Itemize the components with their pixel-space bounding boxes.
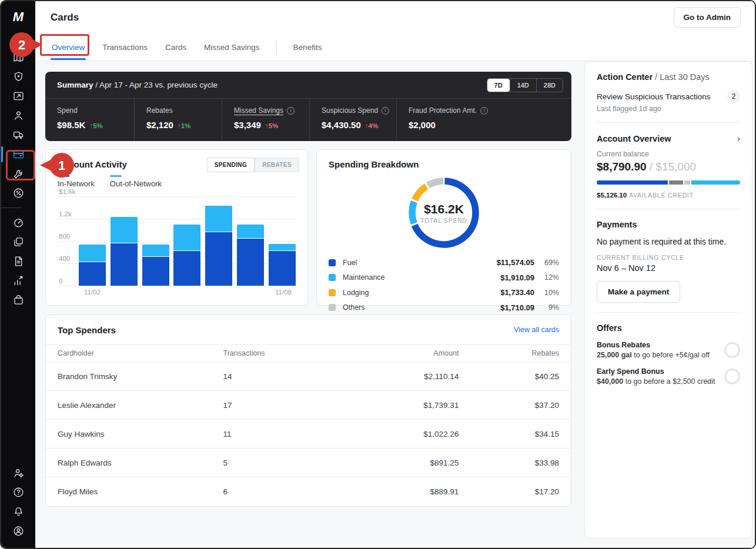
- metric-missed-savings: Missed Savingsi$3,349↑5%: [222, 99, 309, 141]
- sidebar-item-help[interactable]: [1, 483, 35, 502]
- sidebar-item-media[interactable]: [1, 86, 35, 106]
- bar-11/06: [205, 206, 232, 286]
- table-row[interactable]: Ralph Edwards5$891.25$33.98: [46, 448, 571, 477]
- sidebar-item-fleet[interactable]: [1, 125, 35, 145]
- view-all-cards-link[interactable]: View all cards: [514, 326, 559, 334]
- cell-rebates: $37.20: [459, 401, 559, 410]
- range-button-14d[interactable]: 14D: [510, 79, 536, 92]
- breakdown-pct: 12%: [534, 273, 559, 282]
- fleet-icon: [12, 129, 25, 141]
- metric-label: Fraud Protection Amt.: [409, 106, 477, 115]
- toggle-spending[interactable]: SPENDING: [207, 158, 255, 172]
- cell-rebates: $40.25: [459, 372, 559, 381]
- left-sidebar: M: [1, 1, 35, 548]
- summary-title-rest: / Apr 17 - Apr 23 vs. previous cycle: [93, 81, 218, 89]
- balance-value: $8,790.90: [597, 160, 647, 173]
- go-to-admin-button[interactable]: Go to Admin: [674, 7, 741, 28]
- billing-cycle-value: Nov 6 – Nov 12: [597, 263, 740, 273]
- balance-limit: / $15,000: [647, 160, 697, 173]
- sidebar-item-overlap-squares[interactable]: [1, 232, 35, 252]
- available-credit-value: $5,126.10: [597, 192, 627, 199]
- offer-early-spend-bonus: Early Spend Bonus$40,000 to go before a …: [597, 367, 740, 386]
- offer-title: Bonus Rebates: [597, 341, 710, 349]
- breakdown-row-maintenance: Maintenance$1,910.0912%: [329, 270, 559, 286]
- sidebar-item-analytics[interactable]: [1, 271, 35, 290]
- sidebar-item-bag[interactable]: [1, 290, 35, 310]
- metric-rebates: Rebates$2,120↑1%: [134, 99, 222, 141]
- cell-transactions: 5: [223, 458, 333, 467]
- shield-icon: [12, 71, 25, 83]
- tab-cards[interactable]: Cards: [164, 35, 188, 60]
- bar-11/04: [142, 245, 169, 286]
- bar-11/02: [79, 245, 106, 286]
- info-icon[interactable]: i: [382, 107, 389, 115]
- top-spenders-title: Top Spenders: [58, 325, 116, 335]
- main-area: Cards Go to Admin OverviewTransactionsCa…: [35, 1, 755, 548]
- metric-delta: ↑1%: [178, 122, 190, 129]
- progress-segment: [684, 180, 690, 185]
- sidebar-item-user-settings[interactable]: [1, 463, 35, 483]
- summary-header: Summary / Apr 17 - Apr 23 vs. previous c…: [45, 72, 571, 99]
- sidebar-item-card[interactable]: [1, 145, 35, 164]
- range-button-7d[interactable]: 7D: [487, 79, 510, 92]
- sidebar-item-wrench[interactable]: [1, 164, 35, 183]
- tab-overview[interactable]: Overview: [51, 35, 86, 60]
- metric-label: Spend: [57, 106, 78, 115]
- donut-center: $16.2K TOTAL SPEND: [407, 176, 480, 249]
- cell-amount: $2,110.14: [333, 372, 459, 381]
- tab-missed-savings[interactable]: Missed Savings: [203, 35, 261, 60]
- table-row[interactable]: Brandon Trimsky14$2,110.14$40.25: [46, 362, 571, 391]
- y-tick-label: 0: [59, 277, 62, 284]
- sidebar-item-shield[interactable]: [1, 67, 35, 86]
- sidebar-item-account[interactable]: [1, 521, 35, 541]
- analytics-icon: [12, 274, 25, 287]
- cell-transactions: 11: [223, 430, 333, 438]
- breakdown-swatch: [329, 259, 336, 266]
- donut-chart: $16.2K TOTAL SPEND: [407, 176, 480, 249]
- user-settings-icon: [12, 467, 25, 479]
- cell-cardholder: Leslie Alexander: [58, 401, 223, 410]
- action-center-title-rest: / Last 30 Days: [653, 72, 710, 82]
- info-icon[interactable]: i: [480, 107, 488, 115]
- breakdown-row-lodging: Lodging$1,733.4010%: [329, 285, 559, 300]
- sidebar-item-person[interactable]: [1, 106, 35, 125]
- gridline: [58, 286, 297, 286]
- tab-benefits[interactable]: Benefits: [292, 35, 323, 60]
- sidebar-item-bell[interactable]: [1, 502, 35, 521]
- metric-label[interactable]: Missed Savings: [234, 106, 283, 115]
- make-payment-button[interactable]: Make a payment: [597, 281, 680, 303]
- table-row[interactable]: Floyd Miles6$889.91$17.20: [46, 477, 571, 506]
- review-suspicious-row[interactable]: Review Suspicious Transactions 2: [597, 90, 740, 103]
- sidebar-item-document[interactable]: [1, 252, 35, 271]
- range-button-28d[interactable]: 28D: [536, 79, 563, 92]
- top-bar: Cards Go to Admin: [35, 1, 755, 34]
- sidebar-divider: [1, 207, 21, 208]
- bar-segment-in-network: [269, 251, 296, 286]
- table-row[interactable]: Guy Hawkins11$1,022.26$34.15: [46, 420, 571, 448]
- metric-value: $98.5K: [57, 120, 85, 130]
- tab-transactions[interactable]: Transactions: [101, 35, 149, 60]
- progress-segment: [669, 180, 683, 185]
- table-row[interactable]: Leslie Alexander17$1,739.31$37.20: [46, 391, 571, 420]
- sidebar-item-dashboard[interactable]: [1, 28, 35, 48]
- metric-delta: ↑5%: [265, 122, 278, 129]
- sidebar-item-map[interactable]: [1, 48, 35, 67]
- chevron-right-icon[interactable]: ›: [737, 133, 740, 144]
- top-spenders-header: Top Spenders View all cards: [46, 315, 571, 344]
- bar-segment-out-of-network: [205, 206, 232, 232]
- info-icon[interactable]: i: [287, 107, 295, 115]
- metric-value: $3,349: [234, 120, 261, 130]
- sidebar-item-discounts[interactable]: [1, 183, 35, 203]
- toggle-rebates[interactable]: REBATES: [255, 158, 299, 172]
- x-axis-label-last: 11/08: [275, 289, 292, 296]
- sidebar-item-gauge[interactable]: [1, 213, 35, 232]
- offers-section: Offers Bonus Rebates25,000 gal to go bef…: [597, 313, 740, 395]
- bar-11/08: [269, 244, 296, 286]
- account-overview-row[interactable]: Account Overview ›: [597, 133, 740, 144]
- legend-swatch: [58, 175, 69, 177]
- legend-swatch: [110, 175, 122, 177]
- col-amount: Amount: [333, 349, 459, 357]
- card-icon: [12, 148, 25, 160]
- content-row: Summary / Apr 17 - Apr 23 vs. previous c…: [35, 61, 755, 548]
- offer-desc: 25,000 gal to go before +5¢/gal off: [597, 351, 710, 359]
